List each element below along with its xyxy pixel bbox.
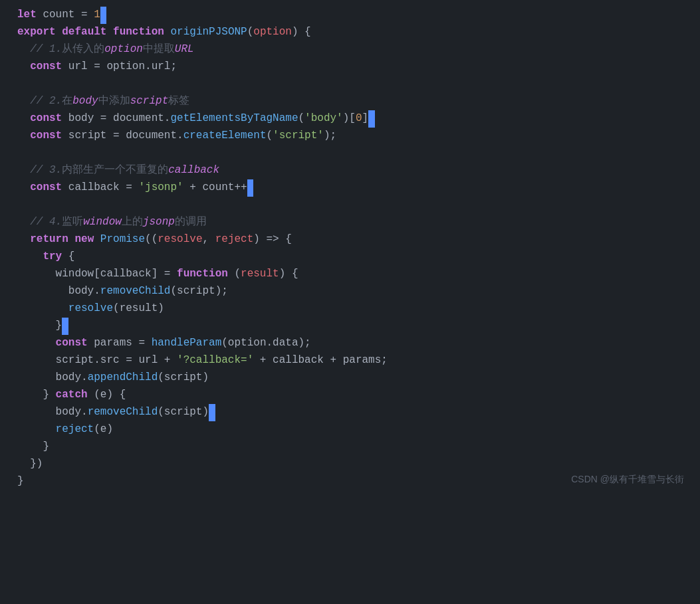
code-line-1: let count = 1: [7, 7, 700, 24]
code-line-15: try {: [7, 249, 700, 266]
code-line-21: script.src = url + '?callback=' + callba…: [7, 352, 700, 369]
code-line-10: // 3.内部生产一个不重复的callback: [7, 162, 700, 179]
watermark: CSDN @纵有千堆雪与长街: [571, 472, 684, 486]
code-line-5-empty: [7, 76, 700, 93]
code-line-14: return new Promise (( resolve , reject )…: [7, 231, 700, 249]
code-line-23: } catch (e) {: [7, 387, 700, 404]
code-line-26: }: [7, 439, 700, 456]
code-line-12-empty: [7, 197, 700, 214]
code-line-16: window[callback] = function ( result ) {: [7, 266, 700, 283]
code-line-24: body. removeChild (script): [7, 404, 700, 421]
code-line-27: }): [7, 456, 700, 473]
code-line-7: const body = document. getElementsByTagN…: [7, 110, 700, 128]
code-editor: let count = 1 export default function or…: [0, 0, 700, 497]
code-line-6: // 2.在body中添加script标签: [7, 93, 700, 110]
code-line-19: }: [7, 318, 700, 335]
code-line-18: resolve (result): [7, 300, 700, 318]
code-line-25: reject (e): [7, 421, 700, 439]
code-line-9-empty: [7, 145, 700, 162]
code-line-2: export default function originPJSONP ( o…: [7, 24, 700, 41]
code-line-3: // 1.从传入的option中提取URL: [7, 41, 700, 58]
code-line-20: const params = handleParam (option.data)…: [7, 335, 700, 352]
code-line-11: const callback = 'jsonp' + count++: [7, 179, 700, 197]
code-line-8: const script = document. createElement (…: [7, 128, 700, 145]
code-line-17: body. removeChild (script);: [7, 283, 700, 300]
code-line-13: // 4.监听window上的jsonp的调用: [7, 214, 700, 231]
keyword-let: let: [17, 7, 37, 24]
code-line-4: const url = option.url;: [7, 58, 700, 76]
code-line-22: body. appendChild (script): [7, 369, 700, 387]
